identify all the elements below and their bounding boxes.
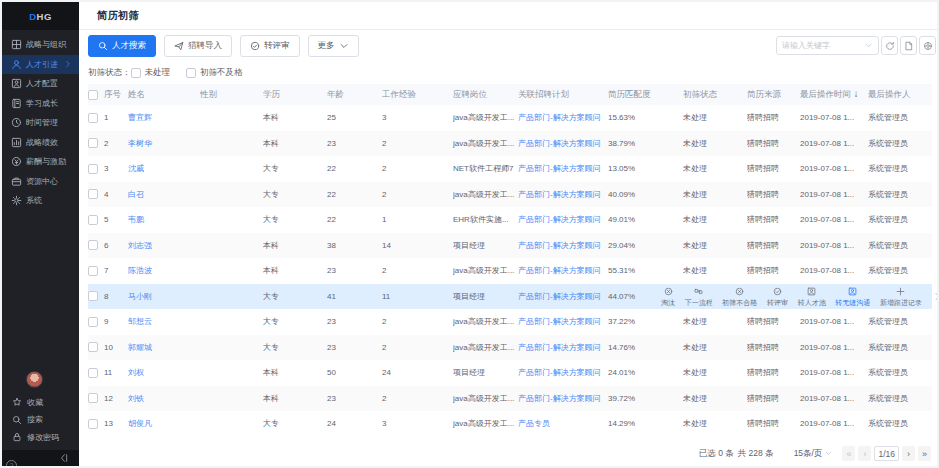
row-checkbox[interactable]: [88, 291, 98, 301]
row-checkbox[interactable]: [88, 317, 98, 327]
row-checkbox[interactable]: [88, 266, 98, 276]
recruit-plan-link[interactable]: 产品部门-解决方案顾问: [518, 367, 608, 378]
candidate-name-link[interactable]: 刘铁: [128, 393, 200, 404]
column-header-年龄[interactable]: 年龄: [327, 89, 382, 101]
sidebar-item-战略与组织[interactable]: 战略与组织: [2, 35, 79, 55]
table-row-9[interactable]: 9邹想云大专232java高级开发工...产品部门-解决方案顾问37.22%未处…: [88, 309, 932, 335]
recruit-plan-link[interactable]: 产品部门-解决方案顾问: [518, 112, 608, 123]
column-settings-button[interactable]: [919, 36, 936, 55]
row-action-转人才池[interactable]: 转人才池: [798, 287, 826, 306]
table-row-2[interactable]: 2李树华本科232java高级开发工...产品部门-解决方案顾问38.79%未处…: [88, 131, 932, 157]
candidate-name-link[interactable]: 胡俊凡: [128, 418, 200, 429]
row-action-淘汰[interactable]: 淘汰: [661, 287, 675, 306]
page-size-select[interactable]: 15条/页: [794, 448, 833, 460]
prev-page-button[interactable]: ‹: [858, 446, 871, 461]
filter-checkbox-未处理[interactable]: 未处理: [131, 67, 171, 79]
recruit-plan-link[interactable]: 产品部门-解决方案顾问: [518, 214, 608, 225]
candidate-name-link[interactable]: 韦鹏: [128, 214, 200, 225]
row-checkbox[interactable]: [88, 215, 98, 225]
next-page-button[interactable]: ›: [902, 446, 915, 461]
table-row-13[interactable]: 13胡俊凡大专243java高级开发工...产品专员14.29%未处理猎聘招聘2…: [88, 411, 932, 437]
row-checkbox[interactable]: [88, 113, 98, 123]
sidebar-item-人才配置[interactable]: 人才配置: [2, 74, 79, 94]
refresh-button[interactable]: [881, 36, 898, 55]
column-header-学历[interactable]: 学历: [263, 89, 327, 101]
sidebar-item-学习成长[interactable]: 学习成长: [2, 94, 79, 114]
column-header-最后操作时间[interactable]: 最后操作时间 ↓: [800, 88, 868, 101]
candidate-name-link[interactable]: 沈威: [128, 163, 200, 174]
toolbar-button-人才搜索[interactable]: 人才搜索: [88, 35, 156, 57]
column-header-序号[interactable]: 序号: [104, 89, 128, 101]
toolbar-button-猎聘导入[interactable]: 猎聘导入: [164, 35, 232, 57]
row-action-新增跟进记录[interactable]: 新增跟进记录: [880, 287, 922, 306]
candidate-name-link[interactable]: 陈浩波: [128, 265, 200, 276]
recruit-plan-link[interactable]: 产品部门-解决方案顾问: [518, 265, 608, 276]
row-checkbox[interactable]: [88, 342, 98, 352]
sidebar-item-人才引进[interactable]: 人才引进: [2, 55, 79, 75]
checkbox[interactable]: [131, 68, 141, 78]
row-checkbox[interactable]: [88, 419, 98, 429]
recruit-plan-link[interactable]: 产品部门-解决方案顾问: [518, 138, 608, 149]
row-action-转无缝沟通[interactable]: 转无缝沟通: [835, 287, 870, 306]
candidate-name-link[interactable]: 郭耀城: [128, 342, 200, 353]
column-header-姓名[interactable]: 姓名: [128, 89, 200, 101]
column-header-性别[interactable]: 性别: [200, 89, 263, 101]
table-row-5[interactable]: 5韦鹏大专221EHR软件实施...产品部门-解决方案顾问49.01%未处理猎聘…: [88, 207, 932, 233]
table-row-3[interactable]: 3沈威大专222NET软件工程师7产品部门-解决方案顾问13.05%未处理猎聘招…: [88, 156, 932, 182]
row-checkbox[interactable]: [88, 240, 98, 250]
help-icon[interactable]: ?: [6, 460, 17, 468]
table-row-12[interactable]: 12刘铁本科232java高级开发工...产品部门-解决方案顾问39.72%未处…: [88, 386, 932, 412]
candidate-name-link[interactable]: 马小刚: [128, 291, 200, 302]
column-header-初筛状态[interactable]: 初筛状态: [683, 89, 747, 101]
last-page-button[interactable]: »: [918, 446, 931, 461]
sidebar-item-战略绩效[interactable]: 战略绩效: [2, 133, 79, 153]
column-header-工作经验[interactable]: 工作经验: [382, 89, 453, 101]
candidate-name-link[interactable]: 邹想云: [128, 316, 200, 327]
table-row-11[interactable]: 11刘权本科5024项目经理产品部门-解决方案顾问24.01%未处理猎聘招聘20…: [88, 360, 932, 386]
sidebar-bottom-修改密码[interactable]: 修改密码: [2, 429, 79, 447]
row-checkbox[interactable]: [88, 393, 98, 403]
row-action-下一流程[interactable]: 下一流程: [685, 287, 713, 306]
column-header-应聘岗位[interactable]: 应聘岗位: [453, 89, 518, 101]
recruit-plan-link[interactable]: 产品部门-解决方案顾问: [518, 189, 608, 200]
keyword-search-input[interactable]: [782, 41, 864, 50]
expand-actions-button[interactable]: [931, 289, 939, 305]
toolbar-button-更多[interactable]: 更多: [308, 35, 359, 57]
sidebar-item-时间管理[interactable]: 时间管理: [2, 113, 79, 133]
table-row-7[interactable]: 7陈浩波本科232java高级开发工...产品部门-解决方案顾问55.31%未处…: [88, 258, 932, 284]
checkbox[interactable]: [186, 68, 196, 78]
column-header-最后操作人[interactable]: 最后操作人: [868, 89, 932, 101]
avatar[interactable]: [26, 371, 43, 388]
candidate-name-link[interactable]: 白召: [128, 189, 200, 200]
candidate-name-link[interactable]: 刘权: [128, 367, 200, 378]
column-header-简历匹配度[interactable]: 简历匹配度: [608, 89, 683, 101]
candidate-name-link[interactable]: 曹宜辉: [128, 112, 200, 123]
keyword-search-box[interactable]: [776, 36, 879, 55]
filter-checkbox-初筛不及格[interactable]: 初筛不及格: [186, 67, 243, 79]
table-row-4[interactable]: 4白召大专222java高级开发工...产品部门-解决方案顾问40.09%未处理…: [88, 182, 932, 208]
recruit-plan-link[interactable]: 产品部门-解决方案顾问: [518, 342, 608, 353]
table-row-6[interactable]: 6刘志强本科3814项目经理产品部门-解决方案顾问29.04%未处理猎聘招聘20…: [88, 233, 932, 259]
recruit-plan-link[interactable]: 产品部门-解决方案顾问: [518, 393, 608, 404]
row-action-转评审[interactable]: 转评审: [767, 287, 788, 306]
sidebar-bottom-搜索[interactable]: 搜索: [2, 411, 79, 429]
column-header-关联招聘计划[interactable]: 关联招聘计划: [518, 89, 608, 101]
select-all-checkbox[interactable]: [88, 90, 98, 100]
recruit-plan-link[interactable]: 产品部门-解决方案顾问: [518, 316, 608, 327]
toolbar-button-转评审[interactable]: 转评审: [240, 35, 300, 57]
sidebar-bottom-收藏[interactable]: 收藏: [2, 394, 79, 412]
table-row-1[interactable]: 1曹宜辉本科253java高级开发工...产品部门-解决方案顾问15.63%未处…: [88, 105, 932, 131]
row-checkbox[interactable]: [88, 189, 98, 199]
recruit-plan-link[interactable]: 产品部门-解决方案顾问: [518, 291, 608, 302]
row-checkbox[interactable]: [88, 138, 98, 148]
row-checkbox[interactable]: [88, 368, 98, 378]
recruit-plan-link[interactable]: 产品专员: [518, 418, 608, 429]
table-row-10[interactable]: 10郭耀城大专232java高级开发工...产品部门-解决方案顾问14.76%未…: [88, 335, 932, 361]
candidate-name-link[interactable]: 刘志强: [128, 240, 200, 251]
column-header-简历来源[interactable]: 简历来源: [747, 89, 800, 101]
sidebar-item-系统[interactable]: 系统: [2, 191, 79, 211]
row-checkbox[interactable]: [88, 164, 98, 174]
sidebar-item-资源中心[interactable]: 资源中心: [2, 172, 79, 192]
sidebar-item-薪酬与激励[interactable]: 薪酬与激励: [2, 152, 79, 172]
first-page-button[interactable]: «: [842, 446, 855, 461]
